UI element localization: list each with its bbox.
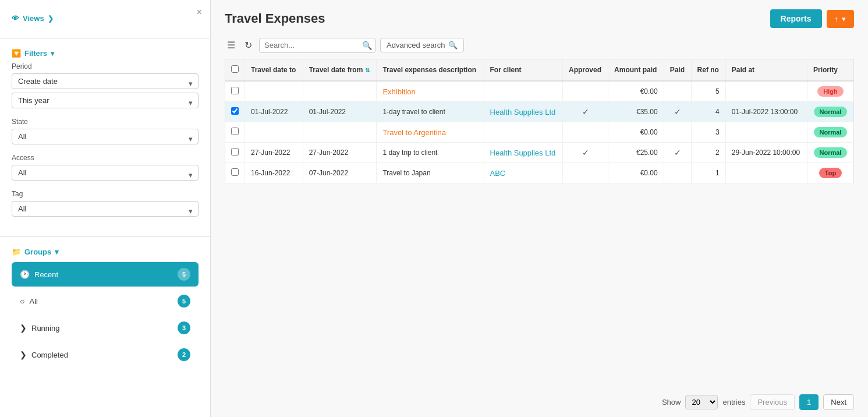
row-checkbox[interactable]	[231, 148, 239, 156]
completed-icon: ❯	[20, 350, 27, 359]
cell-paid: ✓	[664, 143, 691, 163]
tag-select-wrapper: All	[12, 201, 199, 220]
cell-priority: Normal	[807, 143, 853, 163]
tag-select[interactable]: All	[12, 201, 199, 217]
cell-description: 1-day travel to client	[377, 102, 484, 122]
group-item-running[interactable]: ❯ Running 3	[12, 316, 199, 340]
views-header[interactable]: 👁 Views ❯	[12, 14, 199, 23]
search-input[interactable]	[264, 41, 362, 50]
cell-ref-no: 5	[691, 81, 725, 102]
table-header-row: Travel date to Travel date from ⇅ Travel…	[225, 59, 854, 82]
client-link[interactable]: Health Supplies Ltd	[490, 149, 556, 157]
row-checkbox[interactable]	[231, 128, 239, 135]
page-1-button[interactable]: 1	[799, 394, 819, 410]
running-icon: ❯	[20, 323, 27, 333]
action-button[interactable]: ↑ ▾	[827, 10, 855, 28]
select-all-checkbox[interactable]	[231, 65, 239, 73]
cell-description: Travel to Japan	[377, 163, 484, 183]
advanced-search-box[interactable]: Advanced search 🔍	[380, 38, 464, 52]
pagination: Show 20 10 50 100 entries Previous 1 Nex…	[211, 387, 868, 417]
filters-section: 🔽 Filters ▾ Period Create date This year…	[0, 44, 210, 231]
col-paid: Paid	[664, 59, 691, 82]
menu-icon[interactable]: ☰	[225, 37, 238, 53]
cell-paid	[664, 122, 691, 143]
table-row: 01-Jul-202201-Jul-20221-day travel to cl…	[225, 102, 854, 122]
state-select[interactable]: All	[12, 129, 199, 144]
row-checkbox-cell	[225, 143, 245, 163]
col-travel-date-from[interactable]: Travel date from ⇅	[303, 59, 377, 82]
access-select-wrapper: All	[12, 165, 199, 184]
page-size-select[interactable]: 20 10 50 100	[685, 395, 718, 409]
group-left-running: ❯ Running	[20, 323, 59, 333]
cell-travel-date-from: 27-Jun-2022	[303, 143, 377, 163]
approved-check: ✓	[582, 107, 589, 116]
access-select[interactable]: All	[12, 165, 199, 181]
close-icon[interactable]: ×	[197, 7, 202, 17]
row-checkbox-cell	[225, 102, 245, 122]
cell-amount-paid: €35.00	[608, 102, 664, 122]
table-row: 27-Jun-202227-Jun-20221 day trip to clie…	[225, 143, 854, 163]
cell-description: 1 day trip to client	[377, 143, 484, 163]
folder-icon: 📁	[12, 248, 21, 256]
row-checkbox-cell	[225, 163, 245, 183]
filter-icon: 🔽	[12, 49, 21, 58]
period-select-1-wrapper: Create date	[12, 73, 199, 93]
filters-header[interactable]: 🔽 Filters ▾	[12, 49, 199, 58]
next-button[interactable]: Next	[823, 394, 854, 410]
period-select-2[interactable]: This year	[12, 93, 199, 108]
search-box: 🔍	[259, 38, 375, 53]
group-item-completed[interactable]: ❯ Completed 2	[12, 342, 199, 367]
views-chevron-icon: ❯	[48, 15, 54, 23]
views-section: 👁 Views ❯	[0, 9, 210, 32]
cell-paid-at	[725, 81, 807, 102]
cell-paid	[664, 81, 691, 102]
cell-ref-no: 3	[691, 122, 725, 143]
cell-travel-date-to: 27-Jun-2022	[245, 143, 303, 163]
previous-button[interactable]: Previous	[750, 394, 795, 410]
cell-priority: High	[807, 81, 853, 102]
cell-travel-date-from	[303, 122, 377, 143]
row-checkbox[interactable]	[231, 107, 239, 115]
all-icon: ○	[20, 296, 24, 306]
description-text: Travel to Argentina	[382, 128, 446, 137]
eye-icon: 👁	[12, 14, 19, 23]
cell-travel-date-from: 07-Jun-2022	[303, 163, 377, 183]
page-title: Travel Expenses	[225, 11, 325, 26]
refresh-icon[interactable]: ↻	[242, 37, 254, 53]
row-checkbox[interactable]	[231, 168, 239, 176]
group-badge-all: 5	[178, 295, 190, 308]
client-link[interactable]: Health Supplies Ltd	[490, 108, 556, 116]
group-badge-completed: 2	[178, 348, 190, 361]
action-chevron-icon: ▾	[842, 15, 846, 23]
tag-filter: Tag All	[12, 190, 199, 220]
cell-paid-at	[725, 122, 807, 143]
client-link[interactable]: ABC	[490, 169, 506, 178]
approved-check: ✓	[582, 148, 589, 157]
groups-header[interactable]: 📁 Groups ▾	[12, 248, 199, 256]
cell-for-client	[484, 122, 563, 143]
period-select-1[interactable]: Create date	[12, 73, 199, 89]
cell-amount-paid: €0.00	[608, 122, 664, 143]
group-item-all[interactable]: ○ All 5	[12, 289, 199, 313]
period-label: Period	[12, 62, 199, 70]
cell-travel-date-to: 16-Jun-2022	[245, 163, 303, 183]
cell-travel-date-to	[245, 122, 303, 143]
cell-amount-paid: €0.00	[608, 81, 664, 102]
table-row: 16-Jun-202207-Jun-2022Travel to JapanABC…	[225, 163, 854, 183]
col-paid-at: Paid at	[725, 59, 807, 82]
cell-for-client: Health Supplies Ltd	[484, 102, 563, 122]
group-label-running: Running	[31, 324, 59, 333]
group-item-recent[interactable]: 🕐 Recent 5	[12, 262, 199, 287]
entries-label: entries	[722, 398, 745, 407]
cell-paid	[664, 163, 691, 183]
table-wrapper: Travel date to Travel date from ⇅ Travel…	[211, 59, 868, 387]
row-checkbox[interactable]	[231, 87, 239, 94]
reports-button[interactable]: Reports	[770, 9, 822, 28]
period-filter: Period Create date This year	[12, 62, 199, 112]
group-label-all: All	[29, 297, 37, 306]
period-select-2-wrapper: This year	[12, 93, 199, 112]
cell-approved	[563, 163, 608, 183]
search-icon: 🔍	[362, 41, 372, 50]
priority-badge: Top	[819, 168, 842, 178]
cell-paid-at: 01-Jul-2022 13:00:00	[725, 102, 807, 122]
